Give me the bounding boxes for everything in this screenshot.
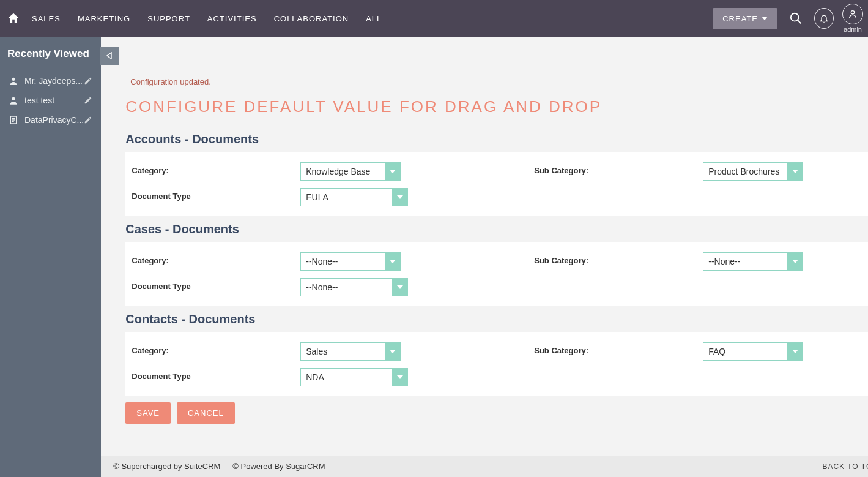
section-title: Contacts - Documents	[125, 312, 868, 326]
section-title: Accounts - Documents	[125, 132, 868, 146]
svg-point-3	[12, 78, 15, 81]
section-panel: Category: Knowledge Base Sub Category: P…	[125, 152, 868, 216]
create-button[interactable]: CREATE	[713, 8, 777, 29]
subcategory-label: Sub Category:	[534, 252, 703, 271]
recent-item[interactable]: DataPrivacyC...	[7, 110, 94, 130]
nav-item-marketing[interactable]: MARKETING	[78, 14, 130, 23]
svg-point-0	[791, 13, 799, 21]
recent-item-label: Mr. Jaydeeps...	[24, 76, 83, 86]
nav-item-activities[interactable]: ACTIVITIES	[207, 14, 257, 23]
svg-point-4	[12, 97, 15, 100]
section-title: Cases - Documents	[125, 222, 868, 236]
document-type-label: Document Type	[132, 278, 300, 296]
document-type-label: Document Type	[132, 188, 300, 206]
document-icon	[9, 115, 18, 125]
topnav: SALES MARKETING SUPPORT ACTIVITIES COLLA…	[0, 0, 868, 37]
collapse-sidebar-button[interactable]	[100, 47, 119, 65]
category-select[interactable]: Knowledge Base	[300, 162, 401, 181]
section-panel: Category: Sales Sub Category: FAQ	[125, 332, 868, 396]
status-message: Configuration updated.	[130, 77, 868, 86]
user-menu[interactable]: admin	[842, 4, 863, 33]
page-title: CONFIGURE DEFAULT VALUE FOR DRAG AND DRO…	[125, 97, 868, 116]
document-type-select[interactable]: EULA	[300, 188, 408, 206]
footer-credit: © Powered By SugarCRM	[232, 462, 325, 471]
recent-item-label: DataPrivacyC...	[24, 115, 84, 125]
recent-item-label: test test	[24, 96, 54, 105]
nav-item-all[interactable]: ALL	[366, 14, 382, 23]
svg-line-1	[798, 20, 801, 24]
person-icon	[9, 76, 18, 86]
document-type-label: Document Type	[132, 368, 300, 386]
pencil-icon[interactable]	[84, 77, 92, 85]
sidebar-heading: Recently Viewed	[7, 48, 94, 60]
subcategory-select[interactable]: Product Brochures	[703, 162, 803, 181]
subcategory-label: Sub Category:	[534, 162, 703, 181]
notifications-icon[interactable]	[814, 9, 834, 28]
triangle-left-icon	[106, 52, 113, 59]
caret-down-icon	[762, 17, 768, 20]
recent-item[interactable]: Mr. Jaydeeps...	[7, 71, 94, 91]
category-select[interactable]: --None--	[300, 252, 401, 271]
category-select[interactable]: Sales	[300, 342, 401, 361]
user-icon	[848, 9, 858, 19]
search-icon[interactable]	[786, 9, 806, 28]
create-button-label: CREATE	[722, 14, 758, 23]
back-to-top-link[interactable]: BACK TO TOP	[822, 462, 868, 471]
subcategory-label: Sub Category:	[534, 342, 703, 361]
person-icon	[9, 96, 18, 105]
cancel-button[interactable]: CANCEL	[177, 402, 235, 424]
svg-point-2	[851, 11, 854, 14]
category-label: Category:	[132, 342, 300, 361]
section-panel: Category: --None-- Sub Category: --None-…	[125, 242, 868, 306]
subcategory-select[interactable]: --None--	[703, 252, 803, 271]
recent-item[interactable]: test test	[7, 91, 94, 110]
document-type-select[interactable]: NDA	[300, 368, 408, 386]
sidebar: Recently Viewed Mr. Jaydeeps... test tes…	[0, 37, 101, 477]
category-label: Category:	[132, 252, 300, 271]
nav-menu: SALES MARKETING SUPPORT ACTIVITIES COLLA…	[32, 14, 382, 23]
footer: © Supercharged by SuiteCRM © Powered By …	[101, 456, 868, 477]
nav-item-sales[interactable]: SALES	[32, 14, 61, 23]
home-icon[interactable]	[5, 10, 22, 27]
back-to-top-label: BACK TO TOP	[822, 462, 868, 471]
main: Configuration updated. CONFIGURE DEFAULT…	[101, 37, 868, 477]
save-button[interactable]: SAVE	[125, 402, 171, 424]
pencil-icon[interactable]	[84, 96, 92, 105]
nav-item-support[interactable]: SUPPORT	[147, 14, 190, 23]
category-label: Category:	[132, 162, 300, 181]
user-label: admin	[844, 26, 862, 33]
pencil-icon[interactable]	[84, 116, 92, 124]
subcategory-select[interactable]: FAQ	[703, 342, 803, 361]
nav-item-collaboration[interactable]: COLLABORATION	[274, 14, 349, 23]
document-type-select[interactable]: --None--	[300, 278, 408, 296]
footer-credit: © Supercharged by SuiteCRM	[113, 462, 220, 471]
